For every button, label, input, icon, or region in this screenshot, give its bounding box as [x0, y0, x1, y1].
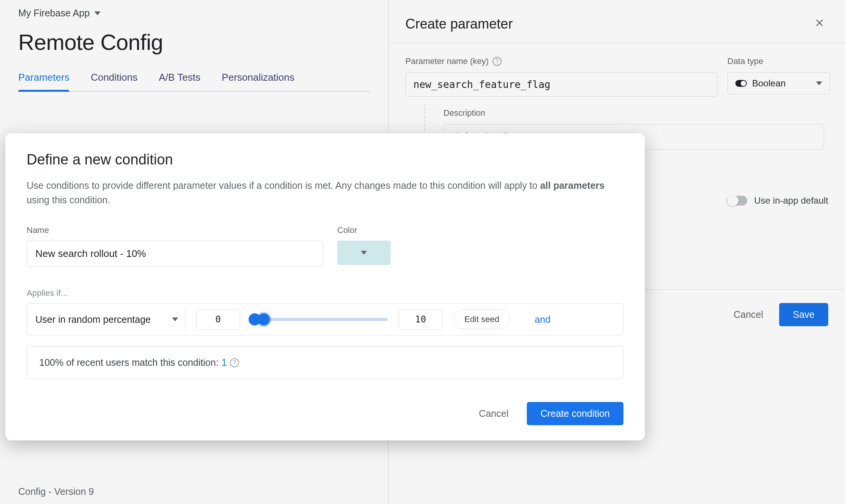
datatype-select[interactable]: Boolean — [727, 72, 830, 94]
slider-handle-end[interactable] — [258, 313, 270, 325]
panel-title: Create parameter — [405, 16, 513, 32]
inapp-default-label: Use in-app default — [754, 195, 828, 206]
app-selector[interactable]: My Firebase App — [18, 8, 370, 19]
range-to-input[interactable] — [399, 309, 443, 330]
tabs: Parameters Conditions A/B Tests Personal… — [18, 72, 370, 92]
tab-personalizations[interactable]: Personalizations — [222, 72, 295, 91]
app-name: My Firebase App — [18, 8, 90, 19]
condition-name-label: Name — [27, 225, 324, 235]
range-from-input[interactable] — [196, 309, 240, 330]
inapp-default-toggle[interactable] — [727, 196, 747, 206]
page-title: Remote Config — [18, 29, 370, 55]
match-summary: 100% of recent users match this conditio… — [27, 346, 623, 379]
condition-type-value: User in random percentage — [35, 314, 151, 325]
percentage-slider[interactable] — [251, 318, 388, 321]
match-count: 1 — [222, 357, 227, 368]
chevron-down-icon — [172, 317, 178, 321]
close-icon[interactable] — [811, 13, 828, 35]
config-version: Config - Version 9 — [18, 486, 94, 497]
condition-type-select[interactable]: User in random percentage — [35, 308, 185, 330]
param-key-input[interactable] — [405, 72, 717, 97]
help-icon[interactable]: ? — [230, 358, 239, 367]
chevron-down-icon — [361, 251, 367, 255]
tab-ab-tests[interactable]: A/B Tests — [159, 72, 200, 91]
define-condition-modal: Define a new condition Use conditions to… — [5, 133, 645, 440]
datatype-value: Boolean — [752, 78, 786, 89]
cancel-button[interactable]: Cancel — [479, 408, 509, 419]
param-key-label: Parameter name (key) ? — [405, 56, 717, 66]
boolean-icon — [735, 80, 747, 87]
tab-parameters[interactable]: Parameters — [18, 72, 69, 91]
applies-if-label: Applies if... — [27, 288, 623, 298]
condition-name-input[interactable] — [27, 241, 324, 267]
help-icon[interactable]: ? — [493, 57, 502, 66]
create-condition-button[interactable]: Create condition — [527, 402, 623, 425]
divider — [389, 43, 845, 43]
description-label: Description — [443, 108, 828, 118]
condition-color-select[interactable] — [337, 241, 391, 265]
cancel-button[interactable]: Cancel — [733, 309, 763, 320]
modal-description: Use conditions to provide different para… — [27, 179, 623, 207]
tab-conditions[interactable]: Conditions — [91, 72, 137, 91]
condition-color-label: Color — [337, 225, 391, 235]
save-button[interactable]: Save — [779, 303, 828, 326]
chevron-down-icon — [816, 81, 822, 85]
modal-title: Define a new condition — [27, 152, 623, 168]
add-and-condition[interactable]: and — [535, 314, 551, 325]
edit-seed-button[interactable]: Edit seed — [453, 309, 510, 329]
chevron-down-icon — [94, 11, 100, 15]
datatype-label: Data type — [727, 56, 830, 66]
condition-row: User in random percentage Edit seed and — [27, 303, 623, 335]
